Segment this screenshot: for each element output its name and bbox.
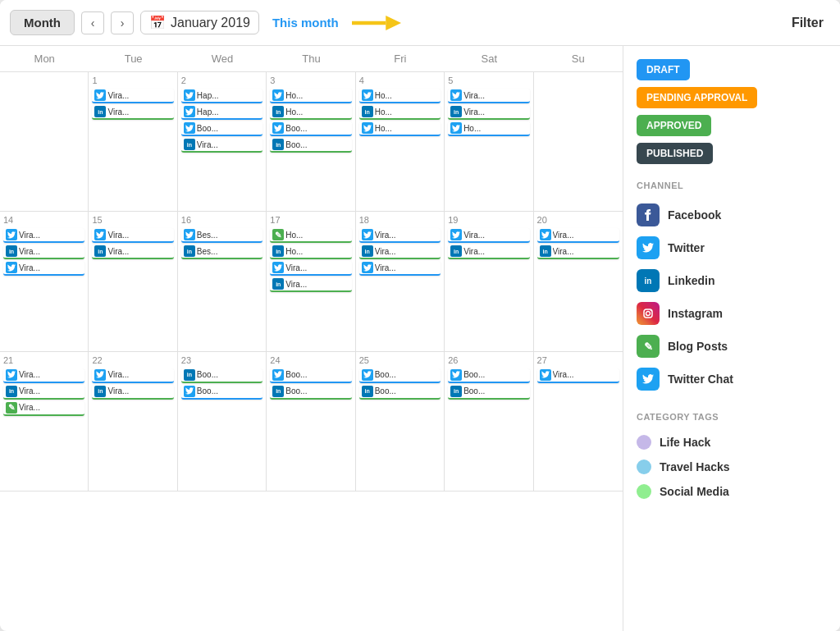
this-month-button[interactable]: This month [266, 12, 345, 33]
post-item[interactable]: inBoo... [270, 138, 351, 153]
day-cell-0-2[interactable]: 2Hap...Hap...Boo...inVira... [178, 72, 267, 211]
post-item[interactable]: inBoo... [270, 385, 351, 400]
post-item[interactable]: Vira... [92, 368, 173, 383]
channel-twitter[interactable]: Twitter [637, 231, 827, 264]
post-item[interactable]: inVira... [270, 277, 351, 292]
post-item[interactable]: inVira... [92, 245, 173, 259]
day-cell-0-6[interactable] [534, 72, 623, 211]
day-cell-1-1[interactable]: 15Vira...inVira... [89, 212, 177, 350]
post-item[interactable]: Vira... [448, 228, 529, 243]
post-item[interactable]: Vira... [92, 228, 173, 243]
day-cell-1-0[interactable]: 14Vira...inVira...Vira... [0, 212, 89, 350]
day-cell-2-6[interactable]: 27Vira... [534, 352, 623, 491]
post-text: Boo... [285, 370, 307, 379]
channel-blog[interactable]: ✎ Blog Posts [637, 330, 827, 363]
post-item[interactable]: inVira... [92, 105, 173, 120]
post-item[interactable]: inVira... [359, 245, 441, 259]
post-item[interactable]: Vira... [270, 261, 351, 276]
post-item[interactable]: Boo... [448, 368, 529, 383]
blog-post-icon: ✎ [6, 402, 17, 414]
post-item[interactable]: Ho... [448, 121, 529, 136]
post-item[interactable]: inHo... [270, 245, 351, 259]
post-item[interactable]: Vira... [3, 261, 84, 276]
post-item[interactable]: inVira... [181, 138, 262, 153]
draft-badge[interactable]: DRAFT [637, 59, 690, 80]
post-text: Vira... [553, 231, 574, 240]
post-item[interactable]: inHo... [359, 105, 441, 120]
day-cell-1-5[interactable]: 19Vira...inVira... [445, 212, 533, 350]
day-cell-1-2[interactable]: 16Bes...inBes... [178, 212, 267, 350]
category-social[interactable]: Social Media [637, 479, 827, 504]
channel-instagram[interactable]: Instagram [637, 297, 827, 330]
post-item[interactable]: inVira... [537, 245, 619, 259]
day-cell-0-5[interactable]: 5Vira...inVira...Ho... [445, 72, 533, 211]
post-item[interactable]: Vira... [359, 228, 441, 243]
post-item[interactable]: Bes... [181, 228, 262, 243]
day-cell-1-3[interactable]: 17✎Ho...inHo...Vira...inVira... [267, 212, 355, 350]
post-item[interactable]: inVira... [3, 245, 84, 259]
day-header-thu: Thu [267, 46, 355, 71]
day-cell-2-2[interactable]: 23inBoo...Boo... [178, 352, 267, 491]
filter-button[interactable]: Filter [785, 12, 830, 34]
day-cell-0-0[interactable] [0, 72, 89, 211]
linkedin-post-icon: in [540, 245, 551, 257]
post-item[interactable]: inBoo... [448, 385, 529, 400]
post-item[interactable]: Boo... [270, 368, 351, 383]
day-cell-1-6[interactable]: 20Vira...inVira... [534, 212, 623, 350]
post-item[interactable]: Boo... [181, 121, 262, 136]
post-item[interactable]: ✎Ho... [270, 228, 351, 243]
category-travel[interactable]: Travel Hacks [637, 455, 827, 479]
post-item[interactable]: inBoo... [181, 368, 262, 383]
next-button[interactable]: › [111, 11, 134, 34]
channel-facebook[interactable]: Facebook [637, 199, 827, 231]
day-cell-2-0[interactable]: 21Vira...inVira...✎Vira... [0, 352, 89, 491]
day-cell-0-1[interactable]: 1Vira...inVira... [89, 72, 177, 211]
linkedin-post-icon: in [450, 106, 462, 117]
post-item[interactable]: Boo... [181, 385, 262, 400]
linkedin-post-icon: in [184, 139, 195, 150]
post-text: Vira... [375, 231, 396, 240]
published-badge[interactable]: PUBLISHED [637, 143, 713, 164]
day-cell-1-4[interactable]: 18Vira...inVira...Vira... [356, 212, 445, 350]
twitter-post-icon [272, 122, 284, 134]
post-item[interactable]: Vira... [359, 261, 441, 276]
pending-badge[interactable]: PENDING APPROVAL [637, 87, 757, 108]
post-item[interactable]: inVira... [448, 245, 529, 259]
post-item[interactable]: Ho... [270, 89, 351, 103]
day-cell-2-1[interactable]: 22Vira...inVira... [89, 352, 177, 491]
day-cell-2-5[interactable]: 26Boo...inBoo... [445, 352, 533, 491]
day-cell-0-4[interactable]: 4Ho...inHo...Ho... [356, 72, 445, 211]
post-item[interactable]: Vira... [448, 89, 529, 103]
post-item[interactable]: Vira... [3, 228, 84, 243]
month-button[interactable]: Month [10, 10, 75, 35]
category-lifehack[interactable]: Life Hack [637, 430, 827, 455]
post-item[interactable]: Ho... [359, 121, 441, 136]
post-item[interactable]: Vira... [537, 368, 619, 383]
post-item[interactable]: inBoo... [359, 385, 441, 400]
post-item[interactable]: Vira... [537, 228, 619, 243]
approved-badge[interactable]: APPROVED [637, 115, 711, 136]
post-text: Vira... [553, 247, 574, 256]
post-item[interactable]: inVira... [3, 385, 84, 400]
channel-linkedin[interactable]: in Linkedin [637, 264, 827, 297]
post-item[interactable]: Vira... [92, 89, 173, 103]
prev-button[interactable]: ‹ [81, 11, 104, 34]
day-cell-2-4[interactable]: 25Boo...inBoo... [356, 352, 445, 491]
post-item[interactable]: Hap... [181, 105, 262, 120]
post-item[interactable]: Hap... [181, 89, 262, 103]
post-item[interactable]: Vira... [3, 368, 84, 383]
post-item[interactable]: inVira... [92, 385, 173, 400]
post-item[interactable]: inVira... [448, 105, 529, 120]
channel-twitter-chat[interactable]: Twitter Chat [637, 363, 827, 396]
linkedin-post-icon: in [450, 245, 462, 257]
twitter-post-icon [272, 262, 284, 273]
post-item[interactable]: ✎Vira... [3, 401, 84, 416]
post-item[interactable]: Ho... [359, 89, 441, 103]
post-item[interactable]: inHo... [270, 105, 351, 120]
day-cell-2-3[interactable]: 24Boo...inBoo... [267, 352, 355, 491]
post-text: Vira... [19, 247, 40, 256]
post-item[interactable]: Boo... [359, 368, 441, 383]
post-item[interactable]: Boo... [270, 121, 351, 136]
day-cell-0-3[interactable]: 3Ho...inHo...Boo...inBoo... [267, 72, 355, 211]
post-item[interactable]: inBes... [181, 245, 262, 259]
